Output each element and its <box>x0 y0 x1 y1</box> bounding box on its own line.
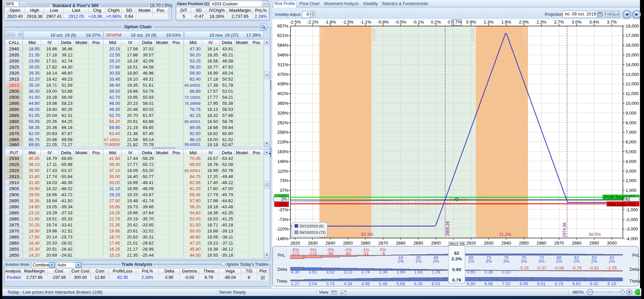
svg-text:-110%: -110% <box>276 226 288 231</box>
svg-text:-1.05: -1.05 <box>607 265 617 270</box>
svg-text:5.89: 5.89 <box>396 281 405 286</box>
svg-text:2%: 2% <box>609 259 615 264</box>
svg-text:OptionNET Explorer: OptionNET Explorer <box>362 197 452 208</box>
svg-text:-6: -6 <box>381 251 385 256</box>
svg-text:-1.1%: -1.1% <box>360 19 371 25</box>
svg-text:2.27: 2.27 <box>291 281 299 286</box>
svg-text:Delta: Delta <box>630 267 639 272</box>
svg-text:0: 0 <box>448 19 450 25</box>
svg-text:12,000: 12,000 <box>626 81 639 86</box>
svg-text:1.3%: 1.3% <box>484 19 494 25</box>
svg-text:09/10/2019 (72): 09/10/2019 (72) <box>300 230 326 234</box>
svg-text:6.91: 6.91 <box>537 281 546 286</box>
svg-text:2.74: 2.74 <box>361 269 370 274</box>
svg-text:0.2%: 0.2% <box>431 19 441 25</box>
svg-text:50.3%: 50.3% <box>361 232 374 237</box>
svg-text:2905.28: 2905.28 <box>445 221 450 236</box>
svg-text:16,000: 16,000 <box>626 43 639 48</box>
svg-text:6.53: 6.53 <box>432 281 440 286</box>
svg-text:2.3%: 2.3% <box>451 256 462 261</box>
svg-text:2.3%: 2.3% <box>536 19 546 25</box>
svg-text:6.62: 6.62 <box>572 281 581 286</box>
svg-text:6,000: 6,000 <box>626 139 637 144</box>
svg-text:2%: 2% <box>574 259 580 264</box>
svg-text:-37%: -37% <box>278 207 289 212</box>
svg-text:584%: 584% <box>277 43 289 48</box>
svg-text:5.46: 5.46 <box>379 281 387 286</box>
svg-text:2%: 2% <box>591 259 597 264</box>
svg-text:2912.05: 2912.05 <box>449 242 465 247</box>
svg-text:2922.70: 2922.70 <box>471 28 475 42</box>
svg-text:-0.58: -0.58 <box>554 265 564 270</box>
svg-text:-15%: -15% <box>277 202 287 207</box>
svg-text:3%: 3% <box>503 259 509 264</box>
svg-text:1%: 1% <box>415 259 422 264</box>
svg-text:2974.56: 2974.56 <box>562 222 567 237</box>
svg-text:6.99: 6.99 <box>520 281 528 286</box>
svg-text:14,000: 14,000 <box>626 62 639 67</box>
svg-text:3%: 3% <box>486 259 492 264</box>
svg-text:-131: -131 <box>308 251 317 256</box>
svg-text:-31: -31 <box>362 251 369 256</box>
svg-text:2.0%: 2.0% <box>519 19 529 25</box>
svg-text:5,000: 5,000 <box>626 149 637 154</box>
svg-text:PnL: PnL <box>278 253 285 258</box>
svg-text:2018 © THJ Systems Ltd: 2018 © THJ Systems Ltd <box>385 209 428 213</box>
svg-text:-1.8%: -1.8% <box>325 19 336 25</box>
svg-text:1,000: 1,000 <box>626 188 637 193</box>
svg-text:1.99: 1.99 <box>396 269 405 274</box>
svg-text:4.96: 4.96 <box>361 281 370 286</box>
svg-text:-60: -60 <box>345 251 351 256</box>
svg-text:6.42: 6.42 <box>590 281 598 286</box>
svg-text:6.90: 6.90 <box>467 281 475 286</box>
svg-text:4,000: 4,000 <box>626 159 637 164</box>
svg-text:146%: 146% <box>277 159 289 164</box>
svg-text:365%: 365% <box>277 101 289 106</box>
svg-text:621%: 621% <box>277 33 289 38</box>
svg-text:329%: 329% <box>277 111 289 116</box>
svg-text:292%: 292% <box>277 120 289 125</box>
svg-text:2,000: 2,000 <box>626 178 637 183</box>
svg-text:Max Loss -411: Max Loss -411 <box>608 202 635 207</box>
svg-text:2%: 2% <box>433 259 439 264</box>
svg-text:10,000: 10,000 <box>626 101 639 106</box>
svg-text:3.74: 3.74 <box>326 281 334 286</box>
svg-text:-172: -172 <box>291 251 300 256</box>
svg-text:475%: 475% <box>277 72 289 77</box>
svg-text:0.7%: 0.7% <box>452 19 462 25</box>
svg-text:110%: 110% <box>278 169 289 174</box>
svg-text:-0.91: -0.91 <box>589 265 599 270</box>
svg-text:2833.77: 2833.77 <box>320 28 324 42</box>
svg-text:219%: 219% <box>277 139 289 144</box>
svg-text:-2.2%: -2.2% <box>307 19 318 25</box>
svg-text:PnL: PnL <box>632 253 640 258</box>
svg-text:7,000: 7,000 <box>626 130 637 135</box>
svg-text:3.91: 3.91 <box>309 269 317 274</box>
svg-text:-0.5%: -0.5% <box>395 19 407 25</box>
svg-text:37%: 37% <box>280 188 288 193</box>
svg-text:62: 62 <box>626 197 630 202</box>
svg-text:13,000: 13,000 <box>626 72 639 77</box>
svg-text:0.65: 0.65 <box>467 269 475 274</box>
svg-text:4.38: 4.38 <box>344 281 352 286</box>
svg-text:3.52: 3.52 <box>326 269 334 274</box>
svg-text:3%: 3% <box>521 259 527 264</box>
svg-text:-94: -94 <box>327 251 334 256</box>
svg-text:402%: 402% <box>277 91 289 96</box>
svg-text:62: 62 <box>454 251 459 256</box>
svg-text:4.30: 4.30 <box>291 269 299 274</box>
svg-text:Theta: Theta <box>629 279 640 284</box>
svg-text:8,000: 8,000 <box>626 120 637 125</box>
svg-text:438%: 438% <box>277 81 289 86</box>
svg-text:20/12/2019 (0): 20/12/2019 (0) <box>300 224 324 228</box>
svg-text:11,000: 11,000 <box>626 91 639 96</box>
svg-text:1.63: 1.63 <box>414 269 422 274</box>
svg-text:183%: 183% <box>277 149 289 154</box>
svg-text:2863.42: 2863.42 <box>372 28 376 42</box>
svg-text:15,000: 15,000 <box>626 52 639 57</box>
svg-text:2%: 2% <box>468 259 474 264</box>
svg-text:0.9%: 0.9% <box>466 19 476 25</box>
svg-text:0.90: 0.90 <box>452 267 461 272</box>
svg-text:Delta: Delta <box>277 267 287 272</box>
svg-text:2%: 2% <box>281 197 287 202</box>
